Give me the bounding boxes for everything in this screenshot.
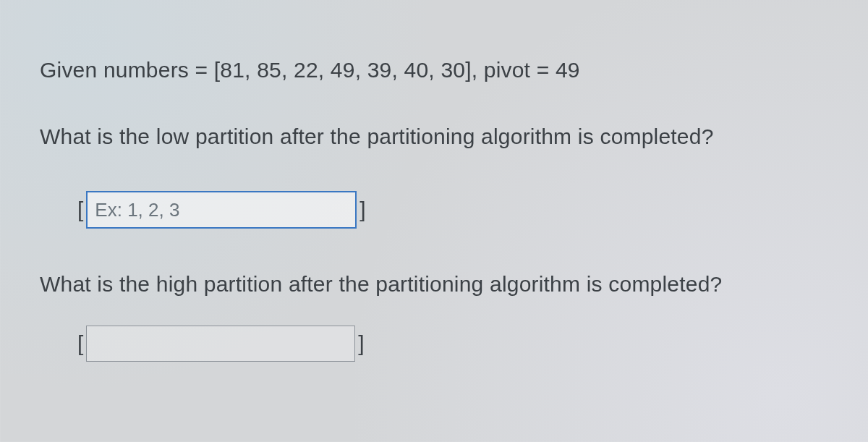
high-partition-input[interactable] <box>86 326 355 362</box>
low-partition-input-row: [ ] <box>75 191 832 229</box>
high-partition-prompt: What is the high partition after the par… <box>40 272 832 297</box>
open-bracket: [ <box>75 331 86 356</box>
open-bracket: [ <box>75 197 86 222</box>
high-partition-input-row: [ ] <box>75 326 832 362</box>
question-block: Given numbers = [81, 85, 22, 49, 39, 40,… <box>0 0 868 434</box>
given-numbers-line: Given numbers = [81, 85, 22, 49, 39, 40,… <box>40 58 832 82</box>
close-bracket: ] <box>357 197 368 222</box>
low-partition-prompt: What is the low partition after the part… <box>40 124 832 149</box>
low-partition-input[interactable] <box>86 191 357 229</box>
close-bracket: ] <box>355 331 367 356</box>
